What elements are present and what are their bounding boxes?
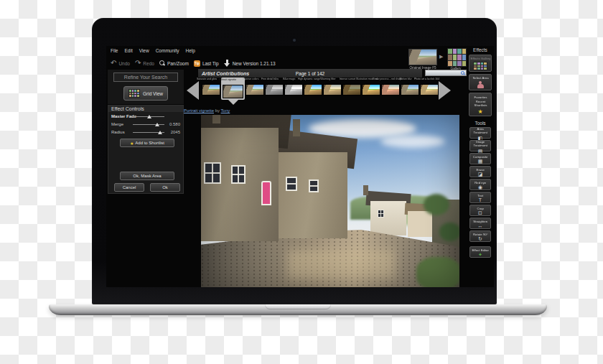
effect-thumbnail-label: Portrait vignette [215, 78, 240, 82]
shortlist-star-icon: ★ [130, 141, 134, 146]
by-text: by [215, 108, 220, 113]
tool-label: Rotate 90° [471, 232, 490, 235]
tool-button[interactable]: Rotate 90° ↻ [469, 230, 491, 242]
effect-name-link[interactable]: Portrait vignette [184, 108, 214, 113]
effect-thumbnail-label: Saturate and glow [195, 78, 217, 81]
red-eye-icon: ◉ [478, 185, 482, 190]
effect-thumbnail-label: High dynamic range [297, 78, 319, 81]
slider-track[interactable] [133, 129, 164, 135]
effect-controls-panel: Effect Controls Master Fade Mer [108, 105, 184, 194]
refine-search-button[interactable]: Refine Your Search [113, 73, 178, 82]
menu-item[interactable]: Help [186, 48, 195, 53]
ok-mask-area-button[interactable]: Ok, Mask Area [120, 172, 174, 180]
ok-button[interactable]: Ok [150, 183, 180, 192]
menu-bar: FileEditViewCommunityHelp [111, 48, 195, 53]
slider-handle[interactable] [158, 131, 162, 134]
effect-editor-button[interactable]: Effect Editor ✦ [469, 246, 491, 258]
menu-item[interactable]: Edit [124, 48, 132, 53]
page-background: FileEditViewCommunityHelp ↶ Undo ↷ Redo … [0, 0, 603, 364]
tool-button[interactable]: Erase ◪ [469, 166, 491, 177]
tool-button[interactable]: Composite ▦ [469, 153, 491, 164]
effect-thumbnail-label: Intense sunset [336, 78, 357, 81]
filmstrip-next-arrow[interactable] [439, 81, 451, 100]
effects-gallery-button[interactable]: Effects Gallery [469, 55, 492, 72]
tool-button[interactable]: Area Treatment ◧ [469, 127, 491, 139]
color-swatch [457, 55, 462, 60]
effect-thumbnail-strip: Saturate and glow Portrait vignette Impr… [202, 78, 437, 100]
grid-view-button[interactable]: Grid View [123, 86, 168, 101]
tool-label: Crop [471, 206, 490, 210]
tool-button[interactable]: Text T [469, 192, 491, 203]
color-swatch [462, 61, 467, 66]
redo-button[interactable]: ↷ Redo [135, 60, 154, 66]
toolbar: ↶ Undo ↷ Redo Pan/Zoom Tip Last Tip [111, 57, 276, 70]
tool-button[interactable]: Red eye ◉ [469, 179, 491, 190]
color-swatch [453, 49, 457, 54]
contributions-header: Artist Contributions Page 1 of 142 [198, 69, 422, 78]
effect-thumbnail-image [401, 84, 419, 95]
slider-track[interactable] [133, 121, 164, 127]
effect-thumbnail-image [202, 84, 220, 95]
slider-label: Master Fade [111, 114, 133, 118]
effect-thumbnail-image [420, 84, 439, 95]
effect-thumbnail-label: raw process - red sharp [375, 78, 396, 81]
tool-button[interactable]: Crop ⊡ [469, 205, 491, 216]
cancel-button[interactable]: Cancel [114, 183, 144, 192]
undo-label: Undo [118, 61, 130, 66]
tool-button[interactable]: Straighten ↔ [469, 218, 491, 229]
tools-panel-title: Tools [475, 121, 485, 126]
slider-value: 0.580 [164, 122, 180, 126]
effect-thumbnail-image [304, 84, 322, 95]
new-version-button[interactable]: New Version 1.21.13 [224, 60, 276, 67]
grid-view-label: Grid View [143, 91, 163, 96]
effect-thumbnail[interactable]: Photo art a la click 104 [420, 78, 439, 95]
color-swatch [453, 61, 457, 66]
author-link[interactable]: Tony [221, 108, 230, 113]
favorites-shortlists-button[interactable]: Favorites Recent Shortlists ★ [469, 93, 492, 117]
add-to-shortlist-label: Add to Shortlist [135, 141, 164, 145]
effect-thumbnail-label: Motion blur [394, 78, 416, 81]
add-to-shortlist-button[interactable]: ★ Add to Shortlist [120, 139, 174, 147]
effect-thumbnail-image [323, 84, 342, 95]
search-input[interactable] [425, 70, 467, 76]
effect-thumbnail-label: Warming filter [317, 78, 338, 81]
select-area-button[interactable]: Select Area [469, 74, 492, 90]
tool-label: Straighten [471, 219, 490, 223]
tools-list: Area Treatment ◧ Image Treatment ▤ Compo… [469, 126, 491, 242]
slider-handle[interactable] [147, 115, 151, 118]
menu-item[interactable]: View [139, 48, 149, 53]
original-image-thumbnail[interactable] [408, 49, 437, 65]
slider-handle[interactable] [155, 123, 159, 126]
effect-thumbnail-label: Photo art a la click 104 [413, 78, 435, 81]
effect-thumbnail[interactable]: Portrait vignette [221, 78, 245, 100]
undo-button[interactable]: ↶ Undo [111, 60, 130, 66]
app-window: FileEditViewCommunityHelp ↶ Undo ↷ Redo … [106, 46, 494, 287]
color-swatch [457, 49, 462, 54]
selected-effect-caption: Portrait vignette by Tony [184, 108, 230, 113]
menu-item[interactable]: Community [156, 48, 179, 53]
star-icon: ★ [477, 108, 482, 115]
main-photo-preview[interactable] [201, 115, 459, 287]
effects-tools-panel: Effects Effects Gallery Select Area Favo… [468, 46, 492, 287]
tool-button[interactable]: Image Treatment ▤ [469, 140, 491, 151]
effect-thumbnail-image [381, 84, 400, 95]
last-tip-button[interactable]: Tip Last Tip [194, 60, 219, 67]
effect-thumbnail-label: Illustration modified [355, 78, 377, 81]
laptop-bezel: FileEditViewCommunityHelp ↶ Undo ↷ Redo … [92, 18, 497, 304]
slider-track[interactable] [133, 113, 164, 119]
rotate-90-icon: ↻ [478, 236, 482, 241]
erase-icon: ◪ [478, 172, 483, 177]
select-area-label: Select Area [470, 76, 490, 80]
gallery-thumbnail[interactable] [447, 48, 467, 67]
slider-row: Master Fade [108, 112, 183, 120]
tool-label: Area Treatment [471, 127, 490, 134]
filmstrip-prev-arrow[interactable] [187, 81, 199, 100]
effect-thumbnail-image [284, 84, 303, 95]
menu-item[interactable]: File [111, 48, 118, 53]
tool-label: Image Treatment [471, 140, 490, 147]
pan-zoom-button[interactable]: Pan/Zoom [159, 60, 189, 66]
color-swatch [448, 55, 452, 60]
crop-icon: ⊡ [478, 210, 482, 215]
tool-label: Red eye [471, 180, 490, 184]
magnifier-icon [159, 60, 165, 66]
